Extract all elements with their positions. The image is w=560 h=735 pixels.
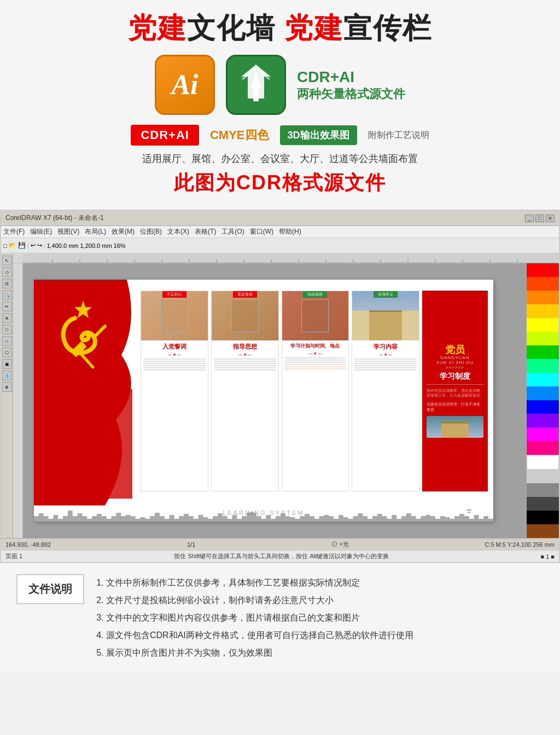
desc-item-2: 文件尺寸是投稿比例缩小设计，制作时请务必注意尺寸大小 bbox=[106, 592, 544, 609]
tool-eyedrop[interactable]: 💧 bbox=[2, 371, 12, 380]
menu-bitmap[interactable]: 位图(B) bbox=[140, 227, 162, 236]
status-zoom-icon: ◎ ×光 bbox=[331, 540, 348, 548]
tool-text[interactable]: A bbox=[2, 313, 12, 323]
cdr-toolbar: □ 📂 💾 | ↩ ↪ | 1,400.0 mm 1,200.0 mm 16% bbox=[1, 238, 559, 253]
toolbar-new[interactable]: □ bbox=[3, 242, 7, 249]
title-highlight-1: 党建 bbox=[128, 12, 187, 44]
status-page: 1/1 bbox=[187, 541, 195, 548]
card-2-badge: 坚定使命 bbox=[233, 291, 257, 298]
color-spring-green[interactable] bbox=[527, 359, 559, 373]
tool-polygon[interactable]: ⬡ bbox=[2, 348, 12, 357]
cdr-bottom-bar: 页面 1 按住 Shift键可在选择工具与箭头工具间切换，按住 Alt键激活以对… bbox=[1, 550, 559, 562]
color-cyan[interactable] bbox=[527, 373, 559, 386]
badge-note: 附制作工艺说明 bbox=[368, 130, 429, 141]
cdr-window: CoreIDRAW X7 (64-bt) - 未命名-1 _ □ ✕ 文件(F)… bbox=[0, 210, 560, 563]
card-4-title: 学习内容 bbox=[354, 343, 417, 351]
color-orange[interactable] bbox=[527, 291, 559, 304]
color-violet[interactable] bbox=[527, 414, 559, 427]
subtitle-text: 适用展厅、展馆、办公室、会议室、大厅、过道等公共墙面布置 bbox=[16, 152, 544, 165]
cdr-design-canvas: 不忘初心 入党誓词 — ★ — bbox=[34, 280, 493, 522]
tool-select[interactable]: ↖ bbox=[2, 256, 12, 265]
card-2: 坚定使命 指导思想 — ★ — bbox=[211, 291, 279, 491]
card-4-lines bbox=[354, 358, 417, 371]
color-rose[interactable] bbox=[527, 441, 559, 455]
maximize-button[interactable]: □ bbox=[535, 215, 544, 222]
coord-x: 1,400.0 mm bbox=[46, 242, 78, 249]
icons-row: Ai CDR+AI 两种矢量格式源文件 bbox=[16, 55, 544, 115]
main-title: 党建文化墙 党建宣传栏 bbox=[16, 11, 544, 45]
menu-table[interactable]: 表格(T) bbox=[195, 227, 216, 236]
toolbar-save[interactable]: 💾 bbox=[18, 242, 26, 249]
win-controls[interactable]: _ □ ✕ bbox=[525, 215, 555, 222]
tool-freehand[interactable]: ✏ bbox=[2, 302, 12, 311]
menu-window[interactable]: 窗口(W) bbox=[250, 227, 273, 236]
menu-help[interactable]: 帮助(H) bbox=[279, 227, 301, 236]
cdr-icon bbox=[226, 55, 286, 115]
file-desc-badge: 文件说明 bbox=[16, 574, 84, 604]
menu-text[interactable]: 文本(X) bbox=[167, 227, 189, 236]
cdr-statusbar: 164.930, -48.882 1/1 ◎ ×光 C:5 M:5 Y:24,1… bbox=[1, 538, 559, 550]
tool-fill[interactable]: ▣ bbox=[2, 359, 12, 369]
menu-effect[interactable]: 效果(M) bbox=[112, 227, 135, 236]
bottom-info: 按住 Shift键可在选择工具与箭头工具间切换，按住 Alt键激活以对象为中心的… bbox=[174, 552, 389, 560]
menu-tools[interactable]: 工具(O) bbox=[221, 227, 244, 236]
tool-crop[interactable]: ⊡ bbox=[2, 279, 12, 288]
status-color: C:5 M:5 Y:24,100 256 mm bbox=[485, 541, 555, 548]
color-light-gray[interactable] bbox=[527, 470, 559, 483]
card-4-body: 学习内容 — ★ — bbox=[352, 340, 419, 491]
card-1: 不忘初心 入党誓词 — ★ — bbox=[141, 291, 208, 491]
color-magenta[interactable] bbox=[527, 427, 559, 441]
menu-layout[interactable]: 布局(L) bbox=[85, 227, 106, 236]
tool-zoom[interactable]: 🔍 bbox=[2, 290, 12, 300]
color-mid-gray[interactable] bbox=[527, 483, 559, 497]
drp-subtitle: 学习制度 bbox=[440, 372, 470, 380]
menu-file[interactable]: 文件(F) bbox=[3, 227, 25, 236]
desc-item-4: 源文件包含CDR和AI两种文件格式，使用者可自行选择自己熟悉的软件进行使用 bbox=[106, 627, 544, 644]
color-sky-blue[interactable] bbox=[527, 386, 559, 400]
color-brown[interactable] bbox=[527, 524, 559, 538]
bottom-section: 文件说明 文件中所标制作工艺仅供参考，具体制作工艺要根据实际情况制定 文件尺寸是… bbox=[0, 563, 560, 673]
toolbar-open[interactable]: 📂 bbox=[9, 242, 16, 249]
badge-cdr-ai: CDR+AI bbox=[131, 125, 199, 146]
tool-shape[interactable]: ◇ bbox=[2, 267, 12, 277]
menu-edit[interactable]: 编辑(E) bbox=[30, 227, 52, 236]
color-blue[interactable] bbox=[527, 400, 559, 414]
color-green[interactable] bbox=[527, 345, 559, 359]
ruler-svg bbox=[25, 256, 557, 263]
cdr-menubar: 文件(F) 编辑(E) 视图(V) 布局(L) 效果(M) 位图(B) 文本(X… bbox=[1, 226, 559, 238]
color-amber[interactable] bbox=[527, 304, 559, 318]
menu-view[interactable]: 视图(V) bbox=[57, 227, 79, 236]
color-black[interactable] bbox=[527, 511, 559, 524]
color-orange-red[interactable] bbox=[527, 277, 559, 291]
color-lime[interactable] bbox=[527, 332, 559, 345]
desc-item-5: 展示页中所含图片并不为实物，仅为效果图 bbox=[106, 644, 544, 662]
card-1-body: 入党誓词 — ★ — bbox=[141, 340, 208, 491]
card-3-lines bbox=[284, 357, 347, 369]
format-sub: 两种矢量格式源文件 bbox=[297, 86, 405, 102]
badge-3d: 3D输出效果图 bbox=[280, 125, 357, 145]
cards-area: 不忘初心 入党誓词 — ★ — bbox=[141, 291, 488, 491]
toolbar-redo[interactable]: ↪ bbox=[37, 242, 42, 249]
card-3-badge: 自由道路 bbox=[303, 291, 327, 298]
cdr-titlebar: CoreIDRAW X7 (64-bt) - 未命名-1 _ □ ✕ bbox=[1, 211, 559, 226]
cdr-main-area: ↖ ◇ ⊡ 🔍 ✏ A □ ○ ⬡ ▣ 💧 ⊕ bbox=[1, 253, 559, 538]
minimize-button[interactable]: _ bbox=[525, 215, 534, 222]
card-4: 自强本义 学习内容 — ★ — bbox=[352, 291, 419, 491]
top-section: 党建文化墙 党建宣传栏 Ai bbox=[0, 0, 560, 210]
tool-blend[interactable]: ⊕ bbox=[2, 382, 12, 392]
drp-desc: 坚持党员自我教育，强化党员教育管理工作，大力改进教育形式 bbox=[427, 388, 483, 399]
cdr-left-toolbox: ↖ ◇ ⊡ 🔍 ✏ A □ ○ ⬡ ▣ 💧 ⊕ bbox=[1, 253, 13, 538]
close-button[interactable]: ✕ bbox=[546, 215, 555, 222]
color-yellow[interactable] bbox=[527, 318, 559, 332]
color-red[interactable] bbox=[527, 263, 559, 277]
tool-rect[interactable]: □ bbox=[2, 325, 12, 334]
color-white[interactable] bbox=[527, 455, 559, 470]
color-dark-gray[interactable] bbox=[527, 497, 559, 511]
toolbar-undo[interactable]: ↩ bbox=[31, 242, 36, 249]
tool-ellipse[interactable]: ○ bbox=[2, 336, 12, 346]
file-desc-list: 文件中所标制作工艺仅供参考，具体制作工艺要根据实际情况制定 文件尺寸是投稿比例缩… bbox=[95, 574, 544, 662]
ai-icon: Ai bbox=[155, 55, 215, 115]
card-4-badge: 自强本义 bbox=[374, 291, 398, 298]
format-title: CDR+AI bbox=[297, 68, 354, 86]
bottom-page-info: 页面 1 bbox=[5, 552, 22, 560]
